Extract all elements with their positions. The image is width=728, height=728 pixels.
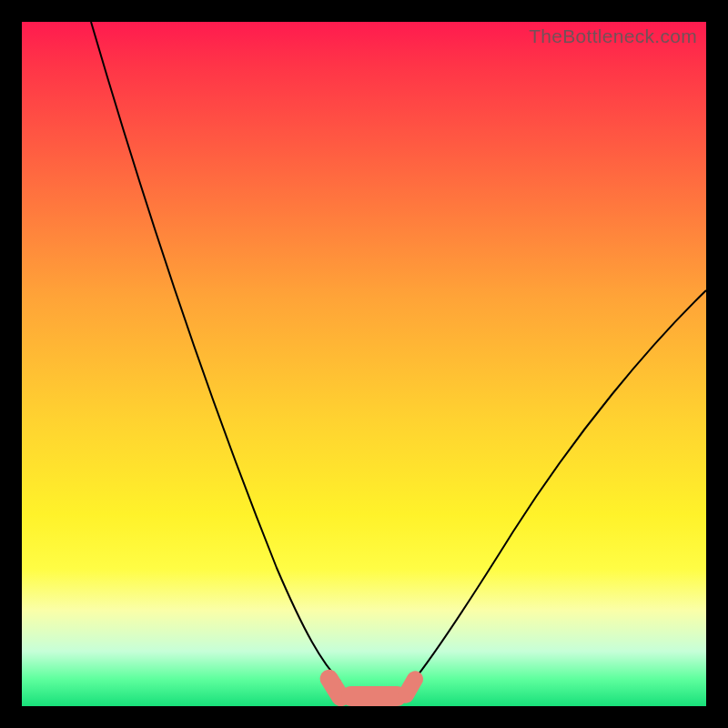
blob-bottom [341, 686, 407, 706]
chart-frame: TheBottleneck.com [22, 22, 706, 706]
chart-plot [22, 22, 706, 706]
marker-group [317, 666, 426, 706]
curve-right [411, 290, 706, 683]
curve-left [91, 22, 340, 682]
